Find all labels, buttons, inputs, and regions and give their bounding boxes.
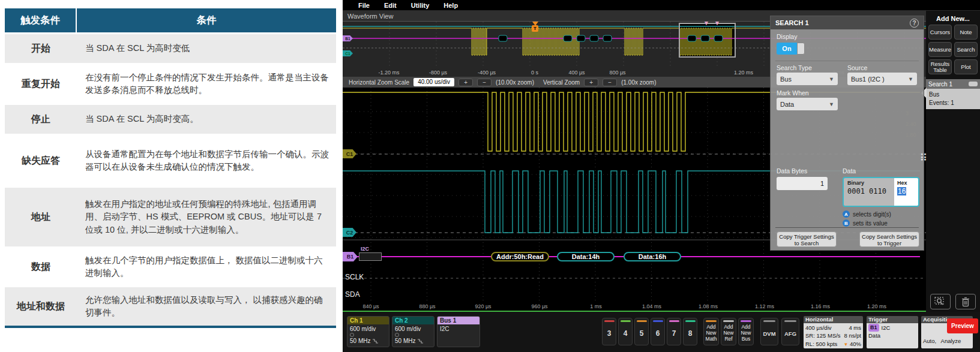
display-on-state: On xyxy=(777,43,797,55)
copy-trigger-to-search-button[interactable]: Copy Trigger Settings to Search xyxy=(777,231,837,247)
preview-button[interactable]: Preview xyxy=(947,318,978,333)
overview-time-label: 800 µs xyxy=(609,70,625,76)
ch8-button[interactable]: 8 xyxy=(683,318,697,345)
time-axis-label: 840 µs xyxy=(362,303,379,309)
bandwidth-icon xyxy=(372,339,378,344)
hex-value[interactable]: 16 xyxy=(897,187,906,195)
row-desc: 从设备通常配置为在每个地址和数据字节后传输一个确认。示波器可以在从设备未生成确认… xyxy=(77,136,336,186)
trigger-panel[interactable]: Trigger B1 I2C Data xyxy=(867,316,918,348)
data-bytes-input[interactable]: 1 xyxy=(777,177,828,190)
search-panel-title: SEARCH 1 xyxy=(775,19,809,26)
h-zoom-plus-button[interactable]: + xyxy=(458,79,473,86)
table-row: 地址 触发在用户指定的地址或任何预编程的特殊地址, 包括通用调用、启动字节、HS… xyxy=(5,188,336,246)
afg-button[interactable]: AFG xyxy=(781,318,799,345)
bus1-settings-badge[interactable]: Bus 1 I2C xyxy=(437,316,480,347)
document-panel: 触发条件 条件 开始 当 SDA 在 SCL 为高时变低 重复开始 在没有前一个… xyxy=(0,0,343,352)
panel-drag-handle[interactable]: ●●●●●● xyxy=(921,153,925,169)
table-row: 重复开始 在没有前一个停止条件的情况下发生开始条件。通常是当主设备发送多条消息而… xyxy=(5,65,336,103)
time-axis-label: 1.20 ms xyxy=(867,303,886,309)
hex-label: Hex xyxy=(897,180,915,186)
data-label: Data xyxy=(843,167,856,175)
menu-help[interactable]: Help xyxy=(443,2,458,9)
add-new-bus-button[interactable]: Add New Bus xyxy=(738,318,754,345)
results-table-button[interactable]: Results Table xyxy=(928,59,952,74)
waveform-view-label: Waveform View xyxy=(347,13,393,20)
ch6-button[interactable]: 6 xyxy=(651,318,665,345)
mark-when-dropdown[interactable]: Data ▼ xyxy=(777,98,838,110)
delete-tool-button[interactable] xyxy=(955,294,976,309)
add-new-math-button[interactable]: Add New Math xyxy=(703,318,719,345)
measure-button[interactable]: Measure xyxy=(928,42,952,57)
menu-file[interactable]: File xyxy=(358,2,370,9)
search-type-value: Bus xyxy=(780,76,792,83)
bus1-type: I2C xyxy=(440,325,477,333)
v-zoom-minus-button[interactable]: − xyxy=(603,79,617,86)
h-zoom-minus-button[interactable]: − xyxy=(477,79,492,86)
search1-result-item[interactable]: Search 1 Bus Events: 1 xyxy=(926,79,980,109)
h-zoom-factor: (10.00x zoom) xyxy=(496,79,534,86)
copy-search-to-trigger-button[interactable]: Copy Search Settings to Trigger xyxy=(859,231,919,247)
sda-label: SDA xyxy=(345,290,360,299)
display-toggle[interactable]: On xyxy=(777,43,805,55)
binary-value[interactable]: 0001 0110 xyxy=(847,187,891,195)
decode-data-capsule: Data:14h xyxy=(557,252,615,261)
knob-b-text: sets its value xyxy=(853,220,888,227)
horizontal-panel[interactable]: Horizontal 400 µs/div4 ms SR: 125 MS/s8 … xyxy=(804,316,863,348)
binary-section[interactable]: Binary 0001 0110 xyxy=(844,178,894,206)
note-button[interactable]: Note xyxy=(954,25,978,40)
knob-a-icon: A xyxy=(843,210,850,218)
decode-addr-capsule: Addr:50h:Read xyxy=(491,252,549,261)
bus-decode-box xyxy=(359,252,382,261)
add-new-title: Add New... xyxy=(926,15,980,22)
knob-b-icon: B xyxy=(843,219,850,227)
ch7-button[interactable]: 7 xyxy=(667,318,681,345)
overview-time-label: 0 s xyxy=(531,70,538,76)
magnifier-icon xyxy=(934,297,946,306)
chevron-down-icon: ▼ xyxy=(829,76,834,82)
search-panel-header[interactable]: SEARCH 1 ? xyxy=(771,16,924,29)
time-axis-label: 880 µs xyxy=(419,303,435,309)
settings-bar: Ch 1 600 m/div 50 MHz Ch 2 600 m/div xyxy=(343,312,980,352)
data-entry-box[interactable]: Binary 0001 0110 Hex 16 xyxy=(843,177,919,207)
zoom-tool-button[interactable] xyxy=(930,294,951,309)
help-icon[interactable]: ? xyxy=(910,19,919,28)
ch4-button[interactable]: 4 xyxy=(618,318,633,345)
v-zoom-plus-button[interactable]: + xyxy=(584,79,598,86)
trigger-t-label: T xyxy=(532,25,538,32)
table-row: 开始 当 SDA 在 SCL 为高时变低 xyxy=(5,34,336,63)
ch2-settings-badge[interactable]: Ch 2 600 m/div 50 MHz xyxy=(392,316,434,347)
time-axis-label: 1 ms xyxy=(590,303,602,309)
search1-title: Search 1 xyxy=(928,81,952,88)
row-term: 数据 xyxy=(5,248,77,285)
search1-toggle[interactable] xyxy=(969,82,978,86)
decode-data-capsule: Data:16h xyxy=(624,252,681,261)
h-zoom-scale-value[interactable]: 40.00 us/div xyxy=(413,78,454,86)
search-button[interactable]: Search xyxy=(954,42,978,57)
zoom-region-box[interactable] xyxy=(679,23,736,58)
trigger-position-marker[interactable]: T xyxy=(531,22,539,32)
plot-button[interactable]: Plot xyxy=(954,59,978,74)
display-label: Display xyxy=(777,33,797,40)
cursors-button[interactable]: Cursors xyxy=(928,25,952,40)
hex-section[interactable]: Hex 16 xyxy=(894,178,918,206)
sclk-label: SCLK xyxy=(345,273,364,281)
search-mark-icon: ▼ xyxy=(703,22,709,26)
row-term: 停止 xyxy=(5,105,77,134)
table-header-term: 触发条件 xyxy=(5,8,77,32)
search-type-dropdown[interactable]: Bus ▼ xyxy=(777,73,838,85)
ch1-settings-badge[interactable]: Ch 1 600 m/div 50 MHz xyxy=(347,316,389,347)
binary-label: Binary xyxy=(847,180,891,186)
source-dropdown[interactable]: Bus1 (I2C ) ▼ xyxy=(847,73,917,85)
row-desc: 当 SDA 在 SCL 为高时变低 xyxy=(77,34,336,63)
dvm-button[interactable]: DVM xyxy=(760,318,778,345)
menu-utility[interactable]: Utility xyxy=(411,2,430,9)
ch2-name: Ch 2 xyxy=(392,317,434,324)
ch5-button[interactable]: 5 xyxy=(634,318,649,345)
ch3-button[interactable]: 3 xyxy=(602,318,616,345)
menu-edit[interactable]: Edit xyxy=(384,2,397,9)
ch1-scale: 600 m/div xyxy=(350,325,386,333)
bus-type-label: I2C xyxy=(361,246,369,252)
add-new-ref-button[interactable]: Add New Ref xyxy=(721,318,736,345)
results-sidebar: Add New... Cursors Note Measure Search R… xyxy=(926,11,980,312)
row-term: 缺失应答 xyxy=(5,136,77,186)
